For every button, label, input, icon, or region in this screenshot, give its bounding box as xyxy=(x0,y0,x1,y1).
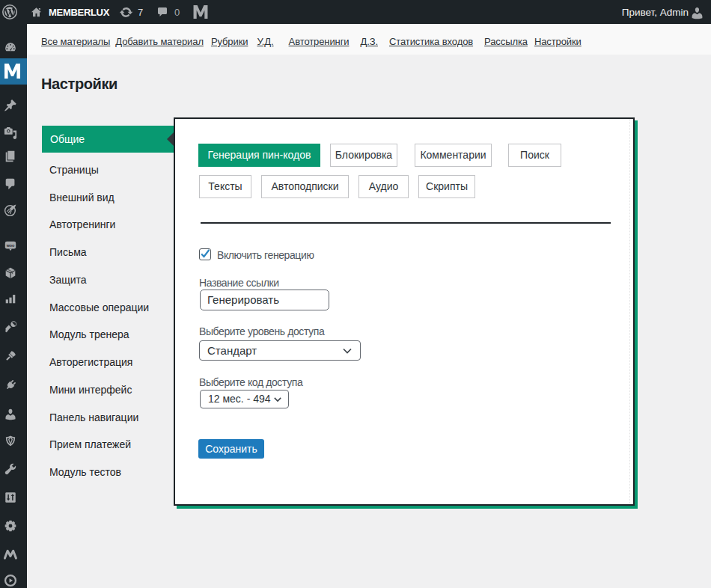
svg-text:woo: woo xyxy=(6,243,15,248)
